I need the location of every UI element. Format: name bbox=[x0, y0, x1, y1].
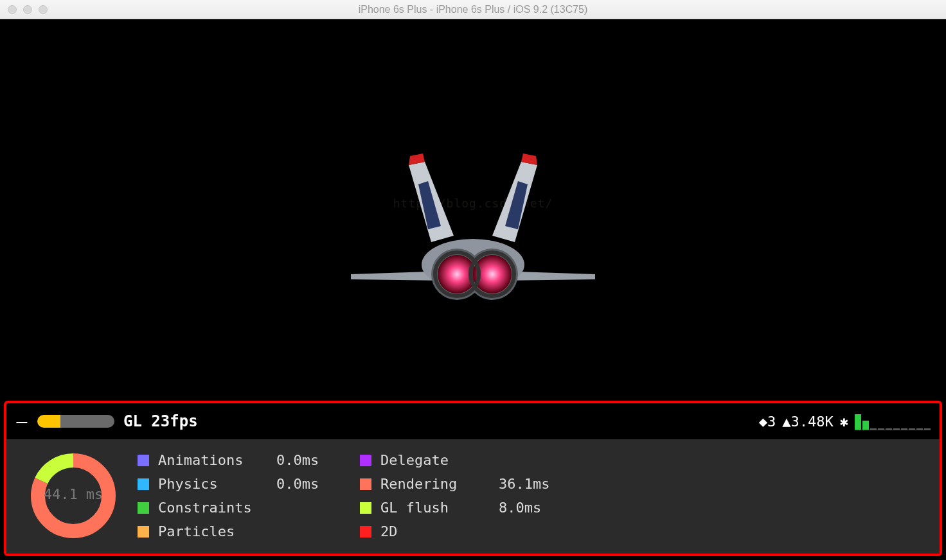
legend-label: Particles bbox=[158, 523, 267, 539]
legend-label: Constraints bbox=[158, 500, 267, 516]
legend-row: Animations0.0ms bbox=[138, 452, 334, 468]
window-title: iPhone 6s Plus - iPhone 6s Plus / iOS 9.… bbox=[0, 4, 946, 15]
legend-swatch bbox=[138, 455, 149, 466]
legend-row: Delegate bbox=[360, 452, 557, 468]
legend-label: 2D bbox=[380, 523, 490, 539]
fps-label: GL 23fps bbox=[123, 412, 198, 430]
legend-row: Particles bbox=[138, 523, 334, 539]
jet-model bbox=[325, 146, 621, 315]
stat-diamond: ◆3 bbox=[759, 414, 776, 430]
close-window-button[interactable] bbox=[8, 5, 17, 14]
fps-sparkline bbox=[855, 412, 931, 430]
legend-row: Rendering36.1ms bbox=[360, 476, 557, 492]
traffic-lights bbox=[8, 5, 48, 14]
legend-column-1: Animations0.0msPhysics0.0msConstraintsPa… bbox=[138, 452, 334, 539]
legend-swatch bbox=[360, 502, 371, 514]
debug-top-bar: – GL 23fps ◆3 ▲3.48K ✱ bbox=[6, 403, 940, 439]
legend-column-2: DelegateRendering36.1msGL flush8.0ms2D bbox=[360, 452, 557, 539]
legend-swatch bbox=[138, 502, 149, 514]
legend-swatch bbox=[360, 478, 371, 490]
legend-row: Constraints bbox=[138, 500, 334, 516]
legend-value: 36.1ms bbox=[499, 476, 557, 492]
legend-value: 0.0ms bbox=[276, 476, 334, 492]
debug-body: 44.1 ms Animations0.0msPhysics0.0msConst… bbox=[6, 439, 940, 554]
frame-time-label: 44.1 ms bbox=[28, 486, 118, 502]
frame-time-donut: 44.1 ms bbox=[28, 451, 118, 541]
legend-value: 8.0ms bbox=[499, 500, 557, 516]
legend-label: Rendering bbox=[380, 476, 490, 492]
legend-label: Physics bbox=[158, 476, 267, 492]
legend-row: 2D bbox=[360, 523, 557, 539]
debug-top-stats: ◆3 ▲3.48K ✱ bbox=[759, 412, 931, 430]
collapse-debug-button[interactable]: – bbox=[15, 411, 28, 432]
fps-gauge-fill bbox=[37, 415, 60, 428]
stat-triangles: ▲3.48K bbox=[782, 414, 833, 430]
minimize-window-button[interactable] bbox=[23, 5, 32, 14]
legend-value: 0.0ms bbox=[276, 452, 334, 468]
legend-label: Delegate bbox=[380, 452, 490, 468]
legend-swatch bbox=[138, 526, 149, 538]
legend-swatch bbox=[360, 455, 371, 466]
fps-gauge bbox=[37, 415, 114, 428]
debug-legend: Animations0.0msPhysics0.0msConstraintsPa… bbox=[138, 452, 557, 539]
window-title-bar: iPhone 6s Plus - iPhone 6s Plus / iOS 9.… bbox=[0, 0, 946, 19]
stat-star: ✱ bbox=[840, 414, 848, 430]
legend-row: Physics0.0ms bbox=[138, 476, 334, 492]
zoom-window-button[interactable] bbox=[39, 5, 48, 14]
scenekit-debug-panel: – GL 23fps ◆3 ▲3.48K ✱ bbox=[4, 401, 942, 556]
legend-label: GL flush bbox=[380, 500, 490, 516]
simulator-viewport[interactable]: http://blog.csdn.net/ bbox=[0, 19, 946, 384]
legend-swatch bbox=[138, 478, 149, 490]
legend-row: GL flush8.0ms bbox=[360, 500, 557, 516]
legend-label: Animations bbox=[158, 452, 267, 468]
legend-swatch bbox=[360, 526, 371, 538]
